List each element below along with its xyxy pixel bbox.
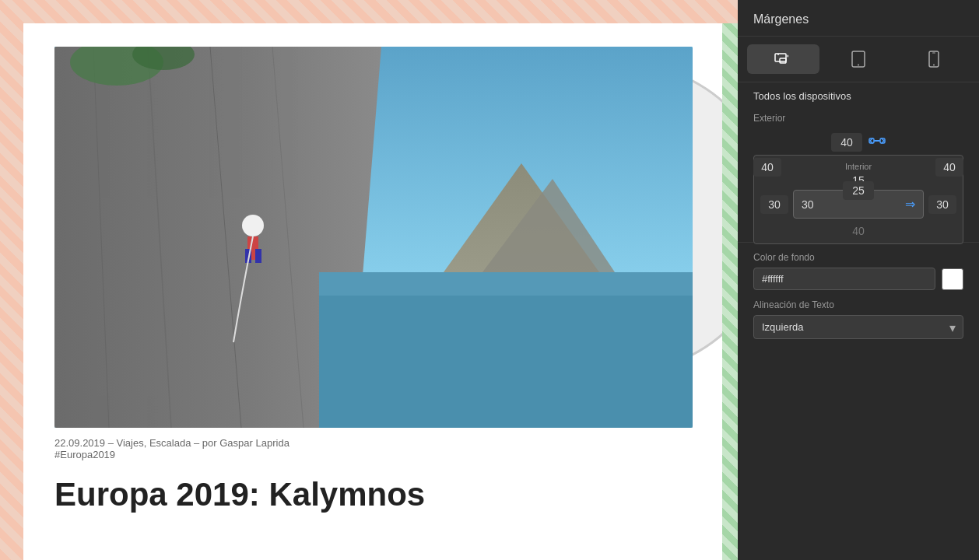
preview-inner: 22.09.2019 – Viajes, Escalada – por Gasp… <box>23 23 738 560</box>
tab-tablet[interactable] <box>823 44 895 74</box>
svg-point-19 <box>787 55 789 58</box>
svg-point-24 <box>933 65 935 66</box>
svg-rect-17 <box>775 54 786 61</box>
interior-right-value[interactable]: 30 <box>928 195 956 214</box>
align-label: Alineación de Texto <box>753 299 963 310</box>
color-swatch[interactable] <box>942 268 963 290</box>
color-input[interactable] <box>753 268 935 290</box>
tab-mobile[interactable] <box>897 44 970 74</box>
article-meta: 22.09.2019 – Viajes, Escalada – por Gasp… <box>54 437 738 449</box>
interior-label: Interior <box>845 162 872 171</box>
article-title: Europa 2019: Kalymnos <box>54 476 707 513</box>
exterior-left-value[interactable]: 40 <box>753 158 781 177</box>
article-photo <box>54 47 693 428</box>
margins-grid: 40 Interior 15 30 <box>738 127 979 212</box>
color-row <box>753 268 963 290</box>
photo-container <box>54 47 707 428</box>
svg-point-13 <box>242 215 264 236</box>
svg-rect-25 <box>932 53 935 54</box>
svg-rect-10 <box>319 272 693 296</box>
device-tabs <box>738 37 979 82</box>
preview-area: 22.09.2019 – Viajes, Escalada – por Gasp… <box>0 0 738 560</box>
tab-all-devices[interactable] <box>747 44 819 74</box>
svg-point-22 <box>858 65 859 66</box>
align-select[interactable]: Izquierda Centro Derecha Justificado <box>753 315 963 339</box>
panel-title: Márgenes <box>738 0 979 37</box>
interior-center-value: 30 <box>802 198 814 211</box>
exterior-top-row: 40 <box>753 133 963 152</box>
device-label: Todos los dispositivos <box>738 82 979 107</box>
arrow-right-icon: ⇒ <box>905 197 915 212</box>
svg-rect-18 <box>780 58 786 63</box>
svg-rect-20 <box>777 54 779 55</box>
interior-left-value[interactable]: 30 <box>760 195 788 214</box>
section-exterior-label: Exterior <box>738 107 979 127</box>
color-label: Color de fondo <box>753 252 963 263</box>
photo-caption: 22.09.2019 – Viajes, Escalada – por Gasp… <box>54 437 738 460</box>
align-section: Alineación de Texto Izquierda Centro Der… <box>738 299 979 348</box>
right-panel: Márgenes Todos los dispositivos <box>738 0 979 560</box>
link-icon[interactable] <box>868 135 886 150</box>
exterior-right-value[interactable]: 40 <box>935 158 963 177</box>
exterior-top-value[interactable]: 40 <box>831 133 862 152</box>
article-hashtag: #Europa2019 <box>54 449 738 460</box>
align-select-wrapper: Izquierda Centro Derecha Justificado <box>753 315 963 339</box>
interior-bottom-value[interactable]: 40 <box>754 219 963 243</box>
color-section: Color de fondo <box>738 252 979 299</box>
svg-rect-16 <box>255 249 261 263</box>
exterior-bottom-value[interactable]: 25 <box>843 181 874 200</box>
